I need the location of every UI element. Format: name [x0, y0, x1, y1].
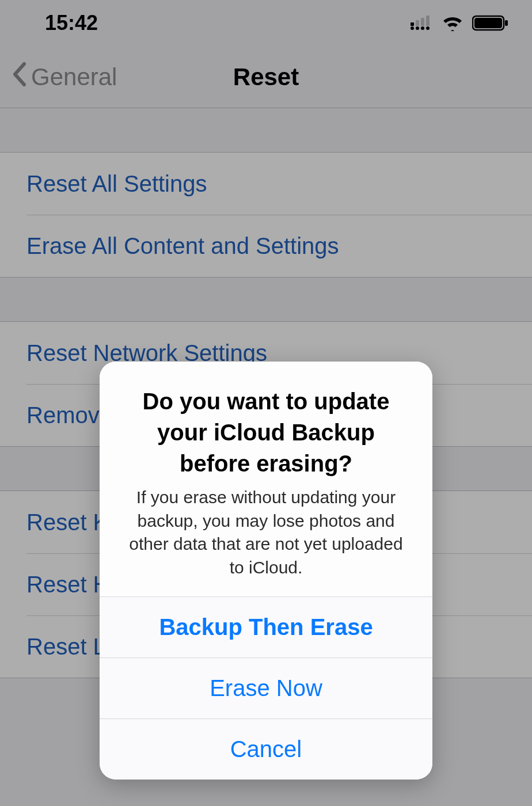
button-label: Backup Then Erase — [159, 614, 373, 640]
erase-now-button[interactable]: Erase Now — [100, 657, 432, 718]
cancel-button[interactable]: Cancel — [100, 718, 432, 780]
alert-body: Do you want to update your iCloud Backup… — [100, 362, 432, 596]
button-label: Erase Now — [210, 675, 322, 701]
button-label: Cancel — [230, 736, 302, 762]
backup-then-erase-button[interactable]: Backup Then Erase — [100, 596, 432, 657]
alert-message: If you erase without updating your backu… — [120, 486, 412, 579]
alert-dialog: Do you want to update your iCloud Backup… — [100, 362, 432, 780]
alert-title: Do you want to update your iCloud Backup… — [120, 386, 412, 479]
